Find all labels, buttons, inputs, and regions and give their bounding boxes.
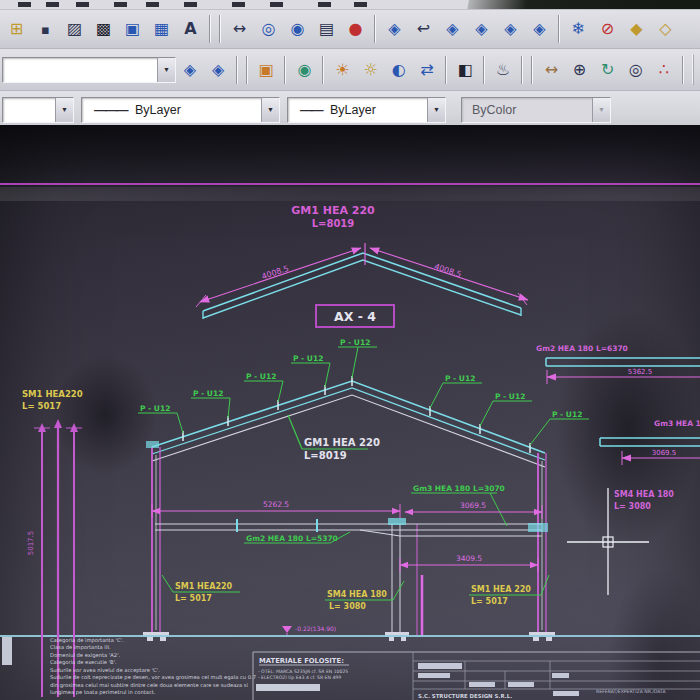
copy-to-layer-icon[interactable]: ◈	[497, 16, 524, 43]
beam-right-label: Gm3 HEA 180 L=3070	[413, 484, 505, 493]
note-line: Domeniul de exigenta 'A2'.	[50, 652, 121, 659]
level-mark: -0.22(134.90)	[295, 625, 336, 632]
toolbar-separator	[209, 15, 211, 43]
chevron-down-icon[interactable]: ▼	[427, 98, 445, 122]
solid-hatch-icon[interactable]: ▩	[90, 16, 117, 43]
note-line: lungimea pe toata perimetrul in contact.	[50, 689, 156, 696]
color-combo[interactable]: ▼	[2, 97, 74, 123]
toolbar-separator	[531, 56, 533, 84]
orbit-icon[interactable]: ↻	[595, 56, 621, 83]
render-icon[interactable]: ♨	[490, 56, 516, 83]
company-name: S.C. STRUCTURE DESIGN S.R.L.	[418, 693, 512, 699]
chevron-down-icon[interactable]: ▼	[592, 98, 610, 122]
materials-icon[interactable]: ◐	[386, 56, 412, 83]
hatch-icon[interactable]: ▨	[61, 16, 88, 43]
donut-icon[interactable]: ◎	[255, 16, 282, 43]
chevron-down-icon[interactable]: ▼	[55, 98, 73, 122]
column-dim: 5017.5	[27, 531, 35, 556]
make-object-layer-current-icon[interactable]: ◈	[381, 16, 408, 43]
gm3-beam-detail: Gm3 HEA 180 3069.5 SM4 HEA 180 L= 3080	[600, 419, 700, 511]
table-icon[interactable]: ▦	[148, 16, 175, 43]
purlin-label: P - U12	[293, 354, 323, 363]
lineweight-combo[interactable]: —— ByLayer ▼	[287, 97, 446, 123]
frame-dim-bottom: 3409.5	[456, 554, 482, 563]
rafter-label-line2: L=8019	[312, 218, 355, 229]
unlock-layer-icon[interactable]: ◇	[652, 16, 679, 43]
layer-states-icon[interactable]: ◈	[439, 16, 466, 43]
note-line: Clasa de importanta III.	[50, 644, 111, 651]
title-block: MATERIALE FOLOSITE: - OTEL: MARCA S235JR…	[253, 652, 700, 700]
sm1-right-label-line2: L= 5017	[471, 597, 508, 606]
sm4-bottom-label-line1: SM4 HEA 180	[327, 590, 387, 599]
chevron-down-icon[interactable]: ▼	[261, 98, 279, 122]
linear-dimension-icon[interactable]: ↔	[226, 16, 253, 43]
frame-dim-left: 5262.5	[263, 500, 289, 509]
note-line: Sudurile vor avea nivelul de acceptare '…	[50, 667, 160, 674]
rafter-detail: 4008.5 4008.5 GM1 HEA 220 L=8019 AX - 4	[196, 204, 528, 327]
lock-layer-icon[interactable]: ◆	[623, 16, 650, 43]
zoom-realtime-icon[interactable]: ⊕	[566, 56, 592, 83]
layer-states-manager-icon[interactable]: ◈	[205, 56, 231, 83]
layer-previous-icon[interactable]: ↩	[410, 16, 437, 43]
move-to-layer-icon[interactable]: ◈	[468, 16, 495, 43]
light-list-icon[interactable]: ☼	[358, 56, 384, 83]
render-environment-icon[interactable]: ▣	[253, 56, 279, 83]
axis-tag: AX - 4	[334, 309, 376, 324]
lineweight-sample: ——	[300, 103, 322, 117]
sm4-label-line2: L= 3080	[614, 502, 651, 511]
render-region-icon[interactable]: ◧	[452, 56, 478, 83]
beam-left-label: Gm2 HEA 180 L=5370	[246, 534, 338, 543]
ellipse-icon[interactable]: ◉	[284, 16, 311, 43]
purlin-label: P - U12	[340, 338, 370, 347]
drawing-canvas[interactable]: 4008.5 4008.5 GM1 HEA 220 L=8019 AX - 4 …	[0, 125, 700, 700]
layer-properties-icon[interactable]: ◈	[177, 56, 203, 83]
toolbar-separator	[483, 56, 485, 84]
sm4-label-line1: SM4 HEA 180	[614, 490, 674, 499]
sun-properties-icon[interactable]: ☀	[329, 56, 355, 83]
toolbar-row-draw: ⊞ ▪ ▨ ▩ ▣ ▦ A ↔ ◎ ◉ ▤ ● ◈ ↩ ◈ ◈ ◈ ◈ ❄ ⊘ …	[0, 10, 700, 49]
render-sphere-icon[interactable]: ●	[342, 16, 369, 43]
general-notes: Categoria de importanta 'C'. Clasa de im…	[2, 637, 256, 696]
note-line: Categoria de executie 'B'.	[50, 659, 117, 666]
motion-path-icon[interactable]: ⇄	[414, 56, 440, 83]
linetype-combo[interactable]: ——— ByLayer ▼	[81, 97, 280, 123]
toolbar-separator	[246, 56, 248, 84]
purlin-label: P - U12	[495, 392, 525, 401]
chevron-down-icon[interactable]: ▼	[157, 58, 175, 82]
text-icon[interactable]: A	[177, 16, 204, 43]
gradient-icon[interactable]: ▣	[119, 16, 146, 43]
show-motion-icon[interactable]: ◎	[623, 56, 649, 83]
title-block-cells	[418, 663, 579, 696]
point-icon[interactable]: ▪	[32, 16, 59, 43]
purlin-label: P - U12	[445, 374, 475, 383]
toolbar-separator	[322, 56, 324, 84]
cad-drawing[interactable]: 4008.5 4008.5 GM1 HEA 220 L=8019 AX - 4 …	[0, 125, 700, 700]
plot-style-value: ByColor	[472, 103, 516, 117]
referat-label: REFERAT/EXPERTIZA NR./DATA	[596, 689, 666, 694]
layer-control-combo[interactable]: ▼	[2, 57, 176, 83]
layer-isolate-icon[interactable]: ◈	[526, 16, 553, 43]
gm2-label: Gm2 HEA 180 L=6370	[536, 344, 628, 353]
clipped-toolbar-row	[0, 0, 700, 10]
purlin-label: P - U12	[552, 410, 582, 419]
toolbar-separator	[445, 56, 447, 84]
materials-line1: - OTEL: MARCA S235JR cf. SR EN 10025	[258, 669, 348, 674]
gm2-dim: 5362.5	[628, 368, 653, 376]
rafter-label-line1: GM1 HEA 220	[291, 204, 375, 217]
plot-style-combo[interactable]: ByColor ▼	[461, 97, 611, 123]
purlin-label: P - U12	[246, 372, 276, 381]
note-line: Sudurile de colt neprecizate pe desen, v…	[50, 674, 256, 681]
sm1-left-label-line2: L= 5017	[22, 401, 61, 411]
sm1-bottom-label-line2: L= 5017	[175, 594, 212, 603]
walk-icon[interactable]: ∴	[651, 56, 677, 83]
geographic-location-icon[interactable]: ◉	[291, 56, 317, 83]
rafter-dim-right: 4008.5	[433, 262, 462, 279]
frame-dim-lines	[152, 504, 542, 572]
freeze-layer-icon[interactable]: ❄	[565, 16, 592, 43]
toolbar-separator	[521, 56, 523, 84]
plot-icon[interactable]: ▤	[313, 16, 340, 43]
copy-object-icon[interactable]: ⊞	[3, 16, 30, 43]
pan-icon[interactable]: ↔	[538, 56, 564, 83]
layer-off-icon[interactable]: ⊘	[594, 16, 621, 43]
purlin-labels: P - U12 P - U12 P - U12 P - U12 P - U12 …	[140, 338, 582, 419]
